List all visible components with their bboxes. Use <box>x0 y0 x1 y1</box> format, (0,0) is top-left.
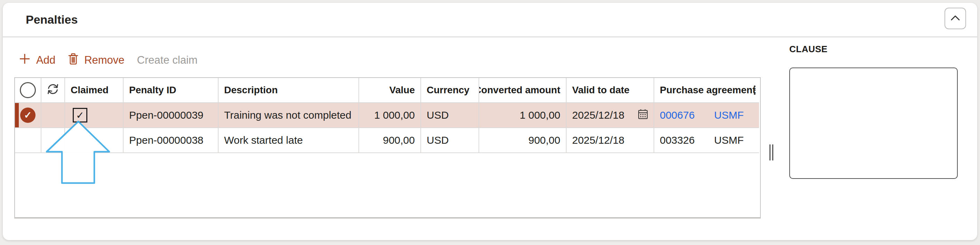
select-all-circle-icon[interactable] <box>20 82 36 98</box>
refresh-cell[interactable] <box>41 78 65 103</box>
row-select-cell[interactable] <box>15 128 41 153</box>
purchase-agreement-cell: 000676 USMF <box>654 103 759 128</box>
column-header-currency[interactable]: Currency <box>421 78 479 103</box>
penalty-id-cell[interactable]: Ppen-00000038 <box>124 128 218 153</box>
table-row: ✓ ✓ Ppen-00000039 Training was not compl… <box>15 103 760 128</box>
penalties-grid: Claimed Penalty ID Description Value Cur… <box>14 77 761 218</box>
company-value[interactable]: USMF <box>714 134 744 146</box>
page-title: Penalties <box>26 3 78 37</box>
converted-amount-cell[interactable]: 1 000,00 <box>479 103 566 128</box>
clause-label: CLAUSE <box>789 44 827 55</box>
column-header-purchase-agreement[interactable]: Purchase agreement <box>654 78 759 103</box>
create-claim-button[interactable]: Create claim <box>137 54 198 67</box>
select-all-cell[interactable] <box>15 78 41 103</box>
penalty-id-cell[interactable]: Ppen-00000039 <box>124 103 218 128</box>
add-button[interactable]: Add <box>19 53 55 67</box>
description-cell[interactable]: Training was not completed <box>218 103 359 128</box>
column-header-description[interactable]: Description <box>218 78 359 103</box>
row-refresh-cell <box>41 128 65 153</box>
claimed-cell[interactable]: ✓ <box>65 103 124 128</box>
ellipsis-vertical-icon[interactable] <box>754 86 756 95</box>
purchase-agreement-cell: 003326 USMF <box>654 128 759 153</box>
calendar-icon[interactable] <box>637 108 649 122</box>
remove-button-label: Remove <box>84 54 124 67</box>
claimed-cell[interactable] <box>65 128 124 153</box>
column-header-purchase-agreement-label: Purchase agreement <box>660 84 756 96</box>
plus-icon <box>19 53 30 67</box>
clause-textarea[interactable] <box>789 67 958 179</box>
converted-amount-cell[interactable]: 900,00 <box>479 128 566 153</box>
purchase-agreement-link[interactable]: 000676 <box>660 109 695 121</box>
check-glyph: ✓ <box>24 110 32 121</box>
valid-to-date-cell[interactable]: 2025/12/18 <box>566 103 654 128</box>
column-header-valid-to-date[interactable]: Valid to date <box>566 78 654 103</box>
collapse-panel-button[interactable] <box>945 8 966 29</box>
value-cell[interactable]: 900,00 <box>359 128 421 153</box>
panel-splitter[interactable] <box>767 144 775 161</box>
row-select-cell[interactable]: ✓ <box>15 103 41 128</box>
column-header-penalty-id[interactable]: Penalty ID <box>124 78 218 103</box>
remove-button[interactable]: Remove <box>68 53 124 68</box>
row-selected-circle-icon[interactable]: ✓ <box>20 108 35 123</box>
currency-cell[interactable]: USD <box>421 103 479 128</box>
grid-toolbar: Add Remove Create claim <box>19 49 198 72</box>
chevron-up-icon <box>950 14 960 22</box>
claimed-checkbox[interactable]: ✓ <box>73 108 88 123</box>
valid-to-date-cell[interactable]: 2025/12/18 <box>566 128 654 153</box>
purchase-agreement-value[interactable]: 003326 <box>660 134 695 146</box>
column-header-converted-amount[interactable]: Converted amount <box>479 78 566 103</box>
currency-cell[interactable]: USD <box>421 128 479 153</box>
panel-header: Penalties <box>3 3 977 37</box>
grid-header-row: Claimed Penalty ID Description Value Cur… <box>15 78 760 103</box>
create-claim-button-label: Create claim <box>137 54 198 67</box>
selected-row-indicator <box>15 103 19 127</box>
table-row: Ppen-00000038 Work started late 900,00 U… <box>15 128 760 153</box>
description-cell[interactable]: Work started late <box>218 128 359 153</box>
penalties-panel: Penalties Add <box>3 3 977 240</box>
company-link[interactable]: USMF <box>714 109 744 121</box>
valid-to-date-value: 2025/12/18 <box>572 134 624 146</box>
sync-icon <box>46 83 59 98</box>
trash-icon <box>68 53 79 68</box>
valid-to-date-value: 2025/12/18 <box>572 109 624 121</box>
add-button-label: Add <box>36 54 55 67</box>
column-header-value[interactable]: Value <box>359 78 421 103</box>
row-refresh-cell <box>41 103 65 128</box>
column-header-claimed[interactable]: Claimed <box>65 78 124 103</box>
check-glyph: ✓ <box>76 110 84 121</box>
value-cell[interactable]: 1 000,00 <box>359 103 421 128</box>
